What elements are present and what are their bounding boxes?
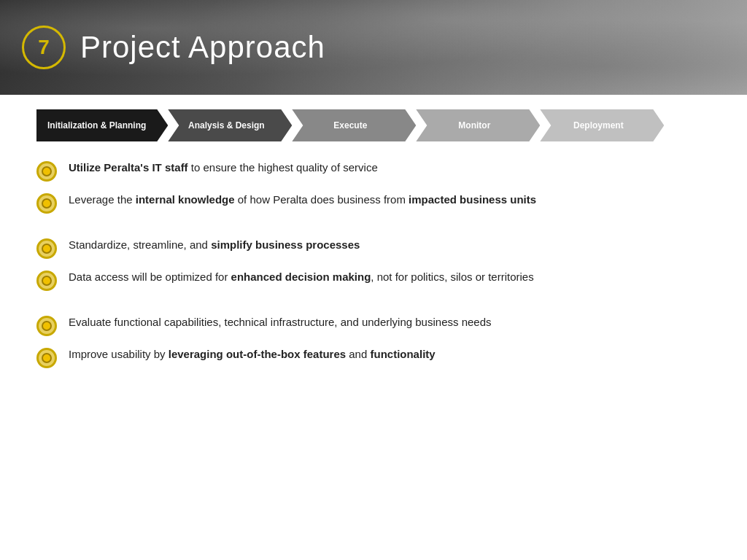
bullet-item-5: Evaluate functional capabilities, techni… [36,314,711,336]
bullet-icon-4 [36,271,57,291]
bullet-item-3: Standardize, streamline, and simplify bu… [36,237,711,259]
bullet-text-4: Data access will be optimized for enhanc… [69,269,534,286]
bullet-item-6: Improve usability by leveraging out-of-t… [36,346,711,368]
bullet-icon-inner-1 [42,166,52,176]
slide-number-badge: 7 [22,26,66,69]
process-step-init: Initialization & Planning [36,109,168,141]
bullet-icon-5 [36,316,57,336]
bullet-icon-1 [36,161,57,182]
bullet-icon-6 [36,348,57,368]
process-step-deployment: Deployment [540,109,664,141]
bullet-icon-inner-6 [42,353,52,363]
process-step-analysis: Analysis & Design [168,109,292,141]
bullet-icon-2 [36,193,57,214]
spacer-1 [36,224,711,237]
bullet-text-5: Evaluate functional capabilities, techni… [69,314,492,331]
bullet-text-2: Leverage the internal knowledge of how P… [69,192,536,209]
header: 7 Project Approach [0,0,747,95]
page-title: Project Approach [80,30,325,65]
bullet-icon-inner-4 [42,276,52,286]
bullet-icon-inner-3 [42,244,52,254]
bullet-item-4: Data access will be optimized for enhanc… [36,269,711,291]
process-step-execute: Execute [292,109,416,141]
bullet-text-1: Utilize Peralta's IT staff to ensure the… [69,160,378,176]
main-content: Initialization & Planning Analysis & Des… [0,95,747,560]
bullet-icon-inner-2 [42,198,52,209]
bullet-icon-inner-5 [42,321,52,331]
bullet-text-6: Improve usability by leveraging out-of-t… [69,346,436,363]
bullet-text-3: Standardize, streamline, and simplify bu… [69,237,360,254]
process-step-monitor: Monitor [416,109,540,141]
badge-number: 7 [38,36,50,59]
bullet-item-2: Leverage the internal knowledge of how P… [36,192,711,214]
process-steps-row: Initialization & Planning Analysis & Des… [36,109,711,141]
spacer-2 [36,301,711,314]
bullet-icon-3 [36,238,57,259]
bullet-item-1: Utilize Peralta's IT staff to ensure the… [36,160,711,182]
